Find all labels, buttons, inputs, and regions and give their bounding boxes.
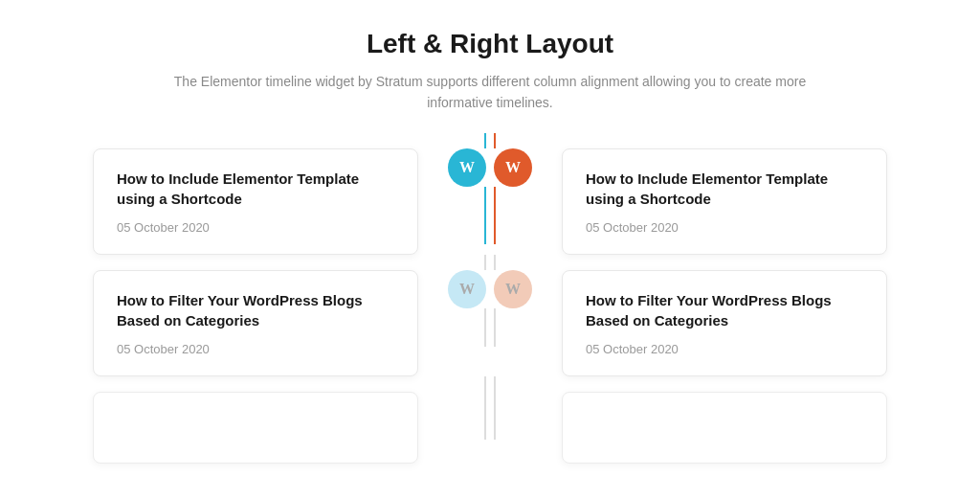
timeline-row-2: How to Filter Your WordPress Blogs Based… [50,270,930,376]
card-title: How to Filter Your WordPress Blogs Based… [117,290,394,330]
timeline-row-3-partial [50,392,930,464]
left-timeline-icon-2 [448,270,486,308]
right-timeline-icon-2 [494,270,532,308]
card-title: How to Filter Your WordPress Blogs Based… [586,290,863,330]
card-date: 05 October 2020 [117,220,394,235]
page-subtitle: The Elementor timeline widget by Stratum… [155,71,825,114]
card-date: 05 October 2020 [117,342,394,356]
right-column-3 [547,392,930,464]
center-column-3 [433,392,547,440]
row-spacer [50,255,930,270]
wordpress-icon [459,157,475,177]
page-header: Left & Right Layout The Elementor timeli… [155,29,825,114]
center-column-2 [433,270,547,347]
card-title [586,412,863,432]
center-lines-3 [433,392,547,440]
left-timeline-icon-1 [448,148,486,187]
card-date: 05 October 2020 [586,342,863,356]
icons-row-2 [448,270,532,308]
card-right-3 [562,392,887,464]
right-column: How to Include Elementor Template using … [547,148,930,255]
right-column-2: How to Filter Your WordPress Blogs Based… [547,270,930,376]
card-title: How to Include Elementor Template using … [586,169,863,209]
left-column: How to Include Elementor Template using … [50,148,433,255]
center-lines-2 [433,308,547,347]
left-column-2: How to Filter Your WordPress Blogs Based… [50,270,433,376]
card-right-2: How to Filter Your WordPress Blogs Based… [562,270,887,376]
row-spacer-2 [50,376,930,392]
card-date: 05 October 2020 [586,220,863,235]
timeline-row: How to Include Elementor Template using … [50,148,930,255]
wordpress-icon [505,157,521,177]
card-title [117,412,394,432]
icons-row [448,148,532,187]
card-right-1: How to Include Elementor Template using … [562,148,887,255]
wordpress-icon [459,279,475,299]
center-lines [433,187,547,244]
center-column [433,148,547,244]
page-title: Left & Right Layout [155,29,825,59]
card-title: How to Include Elementor Template using … [117,169,394,209]
card-left-1: How to Include Elementor Template using … [93,148,418,255]
wordpress-icon [505,279,521,299]
card-left-3 [93,392,418,464]
timeline-layout: How to Include Elementor Template using … [50,133,930,464]
right-timeline-icon-1 [494,148,532,187]
top-spacer [50,133,930,148]
card-left-2: How to Filter Your WordPress Blogs Based… [93,270,418,376]
left-column-3 [50,392,433,464]
